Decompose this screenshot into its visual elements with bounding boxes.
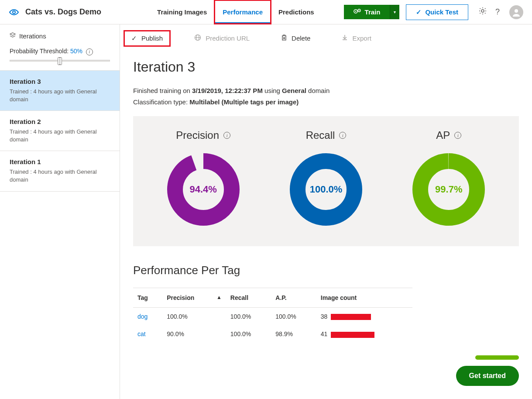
project-title: Cats vs. Dogs Demo xyxy=(25,7,101,17)
svg-point-2 xyxy=(355,11,356,12)
cell-precision: 90.0% xyxy=(162,325,226,343)
sidebar-title: Iterations xyxy=(19,32,46,40)
col-precision[interactable]: Precision▲ xyxy=(162,288,226,308)
iteration-subtitle: Trained : 4 hours ago with General domai… xyxy=(10,128,110,144)
cell-ap: 100.0% xyxy=(271,308,316,326)
tag-link[interactable]: cat xyxy=(137,330,146,337)
col-image-count[interactable]: Image count xyxy=(316,288,412,308)
tab-performance[interactable]: Performance xyxy=(215,0,271,24)
layers-icon xyxy=(10,32,16,40)
tag-link[interactable]: dog xyxy=(137,313,148,320)
gears-icon xyxy=(354,8,361,16)
app-header: Cats vs. Dogs Demo Training Images Perfo… xyxy=(0,0,532,24)
metric-ap: APi 99.7% xyxy=(409,129,488,229)
download-icon xyxy=(342,34,348,42)
cell-recall: 100.0% xyxy=(226,308,271,326)
info-icon[interactable]: i xyxy=(454,132,461,139)
info-icon[interactable]: i xyxy=(86,48,93,55)
delete-button[interactable]: Delete xyxy=(274,31,317,46)
check-icon: ✓ xyxy=(131,34,137,42)
svg-point-0 xyxy=(13,11,15,14)
user-avatar[interactable] xyxy=(509,5,523,19)
col-recall[interactable]: Recall xyxy=(226,288,271,308)
precision-label: Precision xyxy=(176,129,219,141)
prediction-url-button: Prediction URL xyxy=(187,31,257,46)
trash-icon xyxy=(281,34,287,42)
iteration-name: Iteration 1 xyxy=(10,158,110,165)
publish-button[interactable]: ✓ Publish xyxy=(124,31,170,46)
sidebar-header: Iterations xyxy=(0,24,120,44)
info-icon[interactable]: i xyxy=(223,132,230,139)
sort-asc-icon: ▲ xyxy=(216,294,222,300)
export-label: Export xyxy=(352,34,371,42)
info-icon[interactable]: i xyxy=(339,132,346,139)
get-started-widget: Get started xyxy=(456,355,519,386)
col-ap[interactable]: A.P. xyxy=(271,288,316,308)
quick-test-label: Quick Test xyxy=(425,8,458,16)
finished-date: 3/19/2019, 12:22:37 PM xyxy=(192,87,263,94)
count-bar xyxy=(331,314,371,320)
iteration-item[interactable]: Iteration 3Trained : 4 hours ago with Ge… xyxy=(0,70,120,111)
ap-label: AP xyxy=(436,129,450,141)
quick-test-button[interactable]: ✓ Quick Test xyxy=(406,4,468,20)
col-tag[interactable]: Tag xyxy=(133,288,162,308)
export-button: Export xyxy=(335,31,378,45)
check-icon: ✓ xyxy=(416,8,422,16)
svg-point-6 xyxy=(515,9,518,13)
class-type-value: Multilabel (Multiple tags per image) xyxy=(189,98,299,106)
custom-vision-logo-icon xyxy=(9,7,19,17)
count-bar xyxy=(331,332,374,338)
iteration-item[interactable]: Iteration 2Trained : 4 hours ago with Ge… xyxy=(0,110,120,151)
delete-label: Delete xyxy=(292,34,310,42)
table-row: dog100.0%100.0%100.0%38 xyxy=(133,308,412,326)
metric-recall: Recalli 100.0% xyxy=(287,129,365,229)
classification-type-line: Classification type: Multilabel (Multipl… xyxy=(133,97,519,107)
tab-predictions[interactable]: Predictions xyxy=(271,0,322,24)
iterations-sidebar: Iterations Probability Threshold: 50% i … xyxy=(0,24,120,399)
train-button-label: Train xyxy=(365,8,381,16)
per-tag-title: Performance Per Tag xyxy=(133,264,519,277)
train-button[interactable]: Train xyxy=(344,5,390,19)
probability-threshold: Probability Threshold: 50% i xyxy=(0,44,120,55)
publish-label: Publish xyxy=(141,34,163,42)
class-type-label: Classification type: xyxy=(133,98,189,106)
iteration-name: Iteration 3 xyxy=(10,78,110,85)
cell-precision: 100.0% xyxy=(162,308,226,326)
page-title: Iteration 3 xyxy=(133,59,519,75)
train-dropdown-button[interactable]: ▾ xyxy=(390,5,399,19)
precision-value: 94.4% xyxy=(164,150,243,229)
tab-training-images[interactable]: Training Images xyxy=(149,0,215,24)
iteration-subtitle: Trained : 4 hours ago with General domai… xyxy=(10,168,110,184)
settings-gear-icon[interactable] xyxy=(475,7,490,17)
svg-point-4 xyxy=(359,10,360,11)
cell-image-count: 38 xyxy=(316,308,412,326)
recall-label: Recall xyxy=(306,129,335,141)
help-icon[interactable]: ? xyxy=(490,7,505,17)
get-started-button[interactable]: Get started xyxy=(456,366,519,386)
finished-prefix: Finished training on xyxy=(133,87,192,94)
train-button-group: Train ▾ xyxy=(344,5,400,19)
metrics-panel: Precisioni 94.4% Recalli 100.0% APi xyxy=(133,116,519,246)
threshold-value: 50% xyxy=(70,48,82,55)
precision-donut: 94.4% xyxy=(164,150,243,229)
performance-per-tag-table: Tag Precision▲ Recall A.P. Image count d… xyxy=(133,288,412,343)
iteration-name: Iteration 2 xyxy=(10,118,110,125)
threshold-label: Probability Threshold: xyxy=(10,48,69,55)
prediction-url-label: Prediction URL xyxy=(206,34,250,42)
iteration-toolbar: ✓ Publish Prediction URL Delete Export xyxy=(120,24,532,50)
globe-icon xyxy=(194,34,201,42)
cell-image-count: 41 xyxy=(316,325,412,343)
progress-pill xyxy=(475,355,519,360)
slider-thumb[interactable] xyxy=(58,57,62,65)
svg-point-5 xyxy=(481,10,484,12)
iteration-item[interactable]: Iteration 1Trained : 4 hours ago with Ge… xyxy=(0,151,120,191)
ap-value: 99.7% xyxy=(409,150,488,229)
recall-donut: 100.0% xyxy=(287,150,365,229)
finished-mid: using xyxy=(263,87,282,94)
iteration-subtitle: Trained : 4 hours ago with General domai… xyxy=(10,88,110,103)
cell-recall: 100.0% xyxy=(226,325,271,343)
main-content: ✓ Publish Prediction URL Delete Export xyxy=(120,24,532,399)
recall-value: 100.0% xyxy=(287,150,365,229)
threshold-slider[interactable] xyxy=(10,60,110,62)
caret-down-icon: ▾ xyxy=(394,10,396,14)
